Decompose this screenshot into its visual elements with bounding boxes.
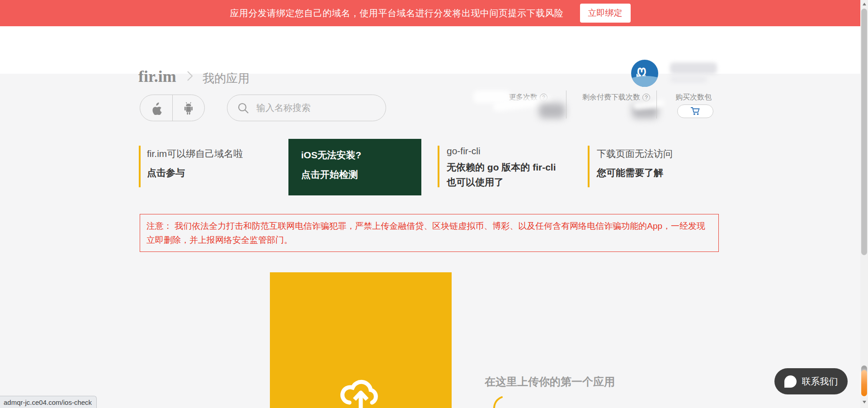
search-box — [227, 95, 386, 121]
apple-icon — [150, 101, 162, 115]
ios-check-card[interactable]: iOS无法安装? 点击开始检测 — [288, 139, 421, 195]
card-gocli-line2[interactable]: 也可以使用了 — [447, 176, 504, 189]
stat-divider — [656, 90, 657, 119]
card-accent-bar — [438, 146, 439, 187]
card-gocli-title: go-fir-cli — [447, 146, 481, 157]
banner-message: 应用分发请绑定您自己的域名，使用平台域名进行分发将出现中间页提示下载风险 — [230, 7, 564, 19]
link-preview-statusbar: admqr-jc.ce04.com/ios-check — [0, 396, 97, 408]
card-accent-bar — [139, 146, 141, 187]
scrollbar-orange-widget[interactable] — [861, 370, 867, 396]
anti-fraud-notice: 注意： 我们依法全力打击和防范互联网电信诈骗犯罪，严禁上传金融借贷、区块链虚拟币… — [140, 214, 719, 252]
scroll-down-arrow[interactable] — [863, 401, 866, 403]
free-count-redacted — [539, 103, 565, 119]
search-icon — [237, 102, 249, 114]
paid-downloads-label: 剩余付费下载次数 ? — [582, 93, 650, 102]
card-gocli-line1[interactable]: 无依赖的 go 版本的 fir-cli — [447, 161, 556, 174]
card-accent-bar — [588, 146, 590, 187]
breadcrumb-separator-icon — [186, 70, 193, 82]
username-redacted — [670, 62, 717, 74]
search-input[interactable] — [256, 103, 365, 113]
chat-bubble-icon — [784, 375, 797, 388]
stat-divider — [566, 90, 566, 119]
cart-icon — [690, 106, 701, 116]
upload-dropzone[interactable] — [270, 272, 452, 408]
card-domain-cta[interactable]: 点击参与 — [147, 166, 185, 179]
page-header: fir.im 我的应用 ᘻ — [0, 26, 860, 74]
filter-android-button[interactable] — [172, 95, 205, 121]
contact-us-button[interactable]: 联系我们 — [774, 368, 848, 394]
userinfo-redacted — [670, 76, 707, 83]
upload-hint: 在这里上传你的第一个应用 — [485, 375, 615, 389]
avatar-wave-shape — [631, 76, 658, 87]
android-icon — [183, 101, 194, 115]
avatar-logo: ᘻ — [631, 60, 658, 87]
avatar[interactable]: ᘻ — [631, 60, 661, 87]
scrollbar-thumb[interactable] — [861, 9, 867, 255]
scroll-up-arrow[interactable] — [863, 3, 866, 5]
contact-us-label: 联系我们 — [802, 375, 838, 388]
card-dlpage-title: 下载页面无法访问 — [597, 147, 673, 160]
ios-check-cta[interactable]: 点击开始检测 — [301, 168, 421, 181]
bind-domain-button[interactable]: 立即绑定 — [580, 4, 631, 23]
platform-filter — [140, 95, 205, 121]
cloud-upload-icon — [336, 371, 386, 408]
filter-ios-button[interactable] — [140, 95, 172, 121]
firim-logo[interactable]: fir.im — [138, 67, 176, 86]
ios-check-title: iOS无法安装? — [301, 149, 421, 161]
buy-pack-button[interactable] — [677, 104, 713, 118]
link-preview-url: admqr-jc.ce04.com/ios-check — [4, 399, 92, 406]
domain-bind-banner: 应用分发请绑定您自己的域名，使用平台域名进行分发将出现中间页提示下载风险 立即绑… — [0, 0, 860, 26]
breadcrumb: 我的应用 — [203, 71, 250, 86]
paid-downloads-text: 剩余付费下载次数 — [582, 93, 640, 102]
card-dlpage-cta[interactable]: 您可能需要了解 — [597, 166, 663, 179]
card-domain-title: fir.im可以绑自己域名啦 — [147, 147, 243, 160]
buy-pack-label: 购买次数包 — [675, 93, 712, 102]
hint-curve-decoration — [491, 396, 505, 408]
